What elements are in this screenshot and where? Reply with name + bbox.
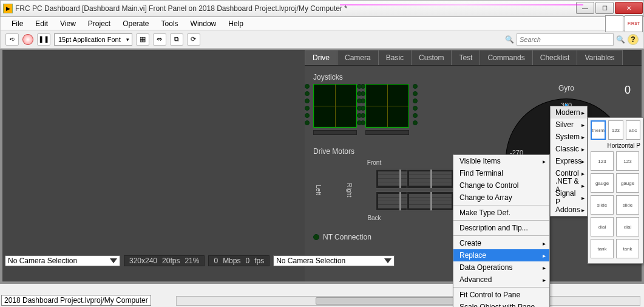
motor-label-back: Back	[367, 215, 381, 221]
motor-br	[407, 191, 454, 211]
vi-run-icon: ▶	[3, 4, 13, 13]
palette-item[interactable]: therm	[591, 120, 606, 140]
horizontal-scrollbar[interactable]	[176, 296, 640, 306]
context-menu-item[interactable]: Replace	[453, 249, 549, 261]
context-menu[interactable]: Visible ItemsFind TerminalChange to Cont…	[453, 154, 550, 307]
tab-custom[interactable]: Custom	[411, 50, 452, 65]
logo-first: FIRST	[625, 15, 643, 32]
joystick-0	[313, 84, 357, 135]
palette-item[interactable]: dial	[591, 217, 614, 236]
context-menu-item[interactable]: Fit Control to Pane	[453, 289, 549, 301]
context-menu-item[interactable]: Make Type Def.	[453, 207, 549, 219]
palette-item[interactable]: 123	[616, 151, 639, 171]
palette-item[interactable]: dial	[616, 217, 639, 236]
context-menu-item[interactable]: Change to Control	[453, 179, 549, 191]
menu-help[interactable]: Help	[223, 18, 248, 29]
palette-item[interactable]: gauge	[591, 173, 614, 193]
palette-item[interactable]: tank	[616, 239, 639, 258]
menu-file[interactable]: File	[7, 18, 28, 29]
menu-operate[interactable]: Operate	[118, 18, 154, 29]
logo-labview	[605, 15, 623, 32]
reorder-button[interactable]: ⟳	[187, 33, 200, 46]
tab-test[interactable]: Test	[451, 50, 480, 65]
replace-submenu-item[interactable]: Addons	[551, 204, 587, 216]
palette-item[interactable]: 123	[591, 151, 614, 171]
camera-selector-right[interactable]: No Camera Selection	[273, 255, 395, 266]
run-arrow-button[interactable]: ➪	[5, 33, 19, 46]
context-help-button[interactable]: ?	[628, 34, 639, 45]
pause-button[interactable]: ❚❚	[37, 33, 50, 46]
camera-pane	[2, 50, 305, 281]
tab-variables[interactable]: Variables	[577, 50, 622, 65]
font-selector[interactable]: 15pt Application Font	[54, 33, 132, 46]
palette-item[interactable]: abc	[626, 120, 640, 140]
camera-selector-left[interactable]: No Camera Selection	[5, 255, 120, 266]
context-menu-item[interactable]: Find Terminal	[453, 167, 549, 179]
replace-submenu-item[interactable]: Silver	[551, 119, 587, 131]
replace-submenu-item[interactable]: Express	[551, 155, 587, 167]
nt-connection-label: NT Connection	[323, 233, 371, 241]
palette-item[interactable]: tank	[591, 239, 614, 258]
motor-fr	[407, 169, 454, 188]
context-menu-item[interactable]: Visible Items	[453, 155, 549, 167]
joysticks-label: Joysticks	[313, 73, 633, 81]
gyro-label: Gyro	[558, 84, 574, 92]
search-go-icon[interactable]: 🔍	[616, 35, 625, 44]
resize-button[interactable]: ⧉	[170, 33, 183, 46]
window-title: FRC PC Dashboard [Dashboard Main.vi] Fro…	[15, 4, 575, 13]
tab-bar: Drive Camera Basic Custom Test Commands …	[305, 50, 642, 66]
dropdown-icon	[110, 258, 117, 263]
motor-label-right: Right	[346, 183, 353, 197]
window-titlebar: ▶ FRC PC Dashboard [Dashboard Main.vi] F…	[0, 0, 644, 17]
replace-submenu-item[interactable]: System	[551, 131, 587, 143]
window-minimize-button[interactable]: —	[576, 2, 594, 14]
menubar: File Edit View Project Operate Tools Win…	[0, 17, 644, 30]
network-stats: 0Mbps 0fps	[208, 255, 269, 266]
controls-palette[interactable]: therm123abc Horizontal P 123123gaugegaug…	[588, 117, 643, 264]
palette-item[interactable]: gauge	[616, 173, 639, 193]
palette-item[interactable]: slide	[616, 195, 639, 215]
replace-submenu-item[interactable]: Modern	[551, 106, 587, 119]
tab-checklist[interactable]: Checklist	[532, 50, 578, 65]
menu-window[interactable]: Window	[186, 18, 222, 29]
abort-button[interactable]	[22, 34, 33, 45]
context-menu-item[interactable]: Advanced	[453, 274, 549, 286]
context-menu-item[interactable]: Description and Tip...	[453, 222, 549, 234]
palette-caption: Horizontal P	[591, 142, 640, 149]
joystick-1-xy	[365, 84, 409, 128]
toolbar: ➪ ❚❚ 15pt Application Font ▦ ⇔ ⧉ ⟳ 🔍 🔍 ?	[0, 30, 644, 49]
search-icon: 🔍	[505, 35, 514, 44]
gyro-value: 0	[625, 84, 631, 97]
motor-label-front: Front	[367, 159, 381, 166]
context-menu-item[interactable]: Change to Array	[453, 191, 549, 204]
joystick-0-throttle	[313, 130, 357, 135]
context-menu-item[interactable]: Data Operations	[453, 261, 549, 274]
tab-camera[interactable]: Camera	[337, 50, 379, 65]
window-close-button[interactable]: ✕	[615, 2, 643, 14]
menu-project[interactable]: Project	[83, 18, 115, 29]
align-button[interactable]: ▦	[136, 33, 149, 46]
project-path-breadcrumb[interactable]: 2018 Dashboard Project.lvproj/My Compute…	[1, 295, 151, 306]
menu-view[interactable]: View	[55, 18, 81, 29]
replace-submenu-item[interactable]: Classic	[551, 143, 587, 155]
joystick-0-xy	[313, 84, 357, 128]
dropdown-icon	[384, 258, 391, 263]
window-maximize-button[interactable]: ☐	[595, 2, 614, 14]
replace-submenu-item[interactable]: Signal P	[551, 191, 587, 204]
palette-item[interactable]: 123	[608, 120, 623, 140]
menu-tools[interactable]: Tools	[157, 18, 183, 29]
logo-container: FIRST	[605, 15, 643, 33]
context-menu-item[interactable]: Create	[453, 237, 549, 249]
palette-item[interactable]: slide	[591, 195, 614, 215]
context-menu-item[interactable]: Scale Object with Pane	[453, 301, 549, 307]
distribute-button[interactable]: ⇔	[153, 33, 166, 46]
tab-drive[interactable]: Drive	[305, 50, 337, 65]
joystick-1-throttle	[365, 130, 409, 135]
tab-basic[interactable]: Basic	[378, 50, 412, 65]
replace-submenu[interactable]: ModernSilverSystemClassicExpressControl.…	[550, 106, 588, 216]
joystick-1	[365, 84, 409, 135]
menu-edit[interactable]: Edit	[30, 18, 53, 29]
tab-commands[interactable]: Commands	[480, 50, 532, 65]
nt-connection-led	[313, 234, 319, 240]
search-input[interactable]	[517, 33, 614, 46]
